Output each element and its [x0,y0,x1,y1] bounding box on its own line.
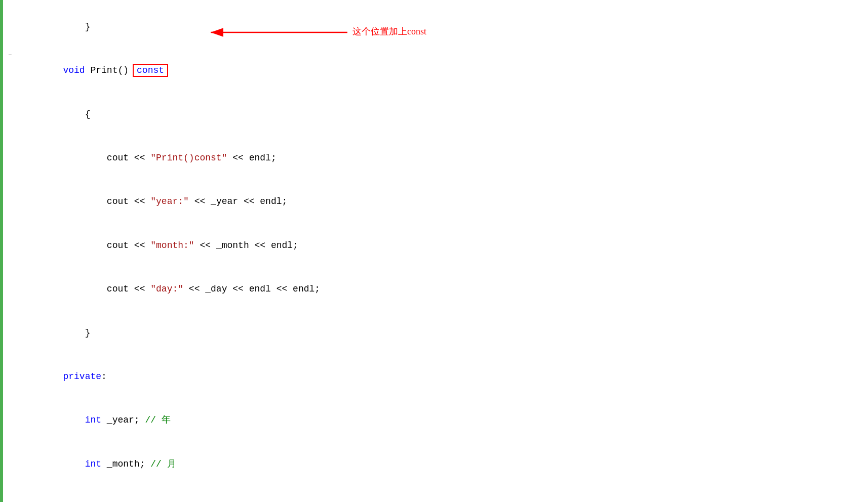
line-content: int _year; // 年 [19,399,868,442]
code-line: int _year; // 年 [8,399,868,442]
fold-icon [8,488,17,497]
line-content: int _month; // 月 [19,442,868,486]
annotation-text-label: 这个位置加上const [352,24,426,39]
fold-icon [8,182,17,192]
code-line: int _month; // 月 [8,442,868,486]
code-line: } [8,5,868,49]
code-line: int _day; // 日 [8,486,868,502]
line-content: cout << "Print()const" << endl; [19,136,868,180]
fold-icon [8,444,17,454]
fold-icon [8,138,17,148]
fold-icon[interactable]: − [8,51,17,60]
code-line: { [8,93,868,136]
const-annotation-box: const [133,64,168,77]
const-label: const [137,65,164,75]
line-content: cout << "year:" << _year << endl; [19,180,868,224]
code-line: cout << "Print()const" << endl; [8,136,868,180]
code-line: private: [8,355,868,398]
code-line: } [8,311,868,355]
line-content: private: [19,355,868,398]
fold-icon [8,357,17,366]
editor-container: } − void Print()const 这个位置加上const [0,0,868,502]
print-const-line: − void Print()const [8,49,868,92]
code-line: cout << "month:" << _month << endl; [8,224,868,267]
fold-icon [8,95,17,104]
fold-icon[interactable] [8,7,17,17]
code-line: cout << "year:" << _year << endl; [8,180,868,224]
line-content: } [19,5,868,49]
fold-icon [8,313,17,323]
line-content: int _day; // 日 [19,486,868,502]
line-content: cout << "day:" << _day << endl << endl; [19,267,868,311]
line-content: void Print()const [19,49,868,92]
line-content: } [19,311,868,355]
line-content: cout << "month:" << _month << endl; [19,224,868,267]
line-content: { [19,93,868,136]
code-line: cout << "day:" << _day << endl << endl; [8,267,868,311]
code-area: } − void Print()const 这个位置加上const [3,0,868,502]
fold-icon [8,269,17,279]
arrow-svg [165,22,378,53]
fold-icon [8,226,17,235]
fold-icon [8,401,17,410]
green-sidebar-bar [0,0,3,502]
annotation-area: 这个位置加上const [165,22,378,58]
